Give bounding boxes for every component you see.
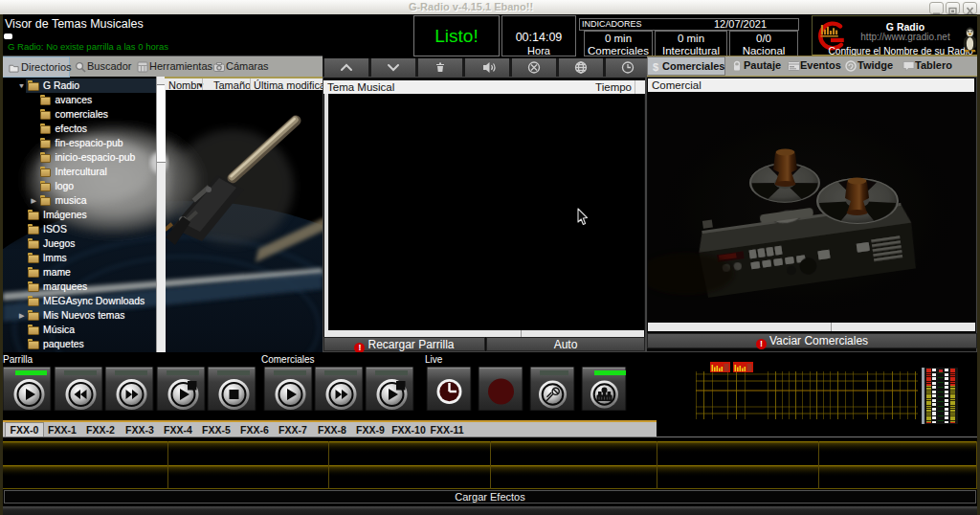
svg-text:$: $	[653, 61, 658, 73]
